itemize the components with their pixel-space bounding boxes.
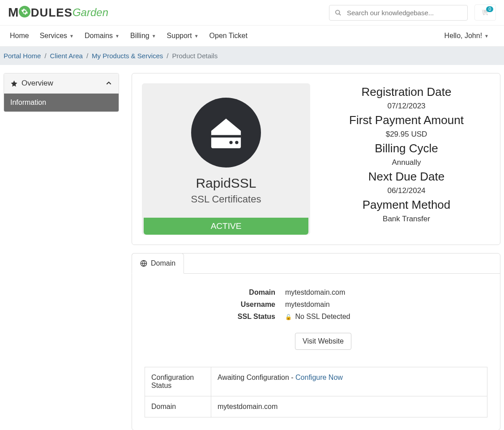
payment-method-value: Bank Transfer — [323, 215, 490, 224]
domain-label: Domain — [145, 286, 275, 298]
product-group: SSL Certificates — [149, 194, 303, 205]
chevron-down-icon: ▼ — [115, 34, 120, 39]
username-value: mytestdomain — [285, 298, 487, 310]
domain-value: mytestdomain.com — [285, 286, 487, 298]
config-domain-value: mytestdomain.com — [211, 396, 487, 417]
chevron-down-icon: ▼ — [484, 34, 489, 39]
registration-date-value: 07/12/2023 — [323, 102, 490, 111]
cart-button[interactable]: 0 — [474, 4, 496, 21]
search-box[interactable] — [329, 5, 468, 21]
lock-open-icon: 🔓 — [285, 314, 292, 320]
cart-badge: 0 — [486, 6, 493, 12]
logo-letter-m: M — [8, 5, 18, 20]
product-status-badge: ACTIVE — [144, 218, 308, 235]
payment-method-label: Payment Method — [323, 198, 490, 212]
main-nav: Home Services▼ Domains▼ Billing▼ Support… — [0, 25, 504, 47]
configure-now-link[interactable]: Configure Now — [295, 374, 343, 381]
product-icon — [191, 98, 261, 168]
sidebar-overview-title: Overview — [21, 79, 53, 88]
breadcrumb-my-products[interactable]: My Products & Services — [92, 52, 163, 60]
nav-home[interactable]: Home — [4, 26, 34, 46]
first-payment-label: First Payment Amount — [323, 113, 490, 127]
logo-text-modules: DULES — [31, 6, 73, 20]
product-badge: RapidSSL SSL Certificates ACTIVE — [142, 83, 310, 235]
svg-point-3 — [229, 141, 232, 144]
sidebar-panel-header[interactable]: Overview — [4, 73, 119, 94]
next-due-value: 06/12/2024 — [323, 186, 490, 195]
config-domain-label: Domain — [145, 396, 211, 417]
nav-open-ticket[interactable]: Open Ticket — [204, 26, 253, 46]
table-row: Domain mytestdomain.com — [145, 396, 487, 417]
sidebar: Overview Information — [4, 73, 119, 112]
svg-line-1 — [339, 13, 341, 15]
sidebar-panel-overview: Overview Information — [4, 73, 119, 112]
first-payment-value: $29.95 USD — [323, 130, 490, 139]
breadcrumb-current: Product Details — [172, 52, 218, 60]
breadcrumb-separator: / — [167, 52, 168, 60]
nav-support[interactable]: Support▼ — [162, 26, 204, 46]
tab-content-domain: Domain Username SSL Status mytestdomain.… — [132, 273, 500, 430]
product-info: Registration Date 07/12/2023 First Payme… — [323, 83, 490, 235]
product-name: RapidSSL — [149, 176, 303, 191]
billing-cycle-value: Annually — [323, 158, 490, 167]
nav-services[interactable]: Services▼ — [34, 26, 79, 46]
next-due-label: Next Due Date — [323, 170, 490, 184]
svg-rect-2 — [211, 135, 241, 138]
config-status-label: Configuration Status — [145, 367, 211, 396]
chevron-down-icon: ▼ — [152, 34, 156, 39]
ssl-status-label: SSL Status — [145, 310, 275, 322]
tab-domain[interactable]: Domain — [132, 253, 184, 274]
config-status-value: Awaiting Configuration - Configure Now — [211, 367, 487, 396]
logo-gear-icon — [19, 6, 30, 17]
star-icon — [10, 80, 18, 87]
username-label: Username — [145, 298, 275, 310]
search-input[interactable] — [342, 9, 462, 17]
nav-domains[interactable]: Domains▼ — [79, 26, 125, 46]
nav-billing[interactable]: Billing▼ — [125, 26, 162, 46]
svg-point-4 — [235, 141, 238, 144]
table-row: Configuration Status Awaiting Configurat… — [145, 367, 487, 396]
chevron-up-icon — [105, 80, 112, 87]
breadcrumb-separator: / — [86, 52, 88, 60]
breadcrumb-portal-home[interactable]: Portal Home — [4, 52, 41, 60]
tabs-card: Domain Domain Username SSL Status mytest… — [132, 253, 500, 430]
svg-point-0 — [336, 10, 340, 14]
breadcrumb-client-area[interactable]: Client Area — [50, 52, 83, 60]
logo[interactable]: M DULES Garden — [8, 5, 108, 20]
chevron-down-icon: ▼ — [194, 34, 199, 39]
main-content: RapidSSL SSL Certificates ACTIVE Registr… — [132, 73, 500, 430]
sidebar-item-information[interactable]: Information — [4, 94, 119, 112]
header: M DULES Garden 0 — [0, 0, 504, 25]
logo-text-garden: Garden — [73, 6, 108, 19]
globe-icon — [140, 260, 147, 267]
registration-date-label: Registration Date — [323, 85, 490, 99]
billing-cycle-label: Billing Cycle — [323, 142, 490, 155]
nav-user-menu[interactable]: Hello, John!▼ — [439, 26, 494, 46]
product-card: RapidSSL SSL Certificates ACTIVE Registr… — [132, 73, 500, 245]
visit-website-button[interactable]: Visit Website — [295, 333, 351, 350]
search-icon — [335, 9, 342, 16]
breadcrumb-separator: / — [44, 52, 46, 60]
config-table: Configuration Status Awaiting Configurat… — [145, 367, 487, 417]
tab-domain-label: Domain — [151, 259, 175, 267]
chevron-down-icon: ▼ — [69, 34, 74, 39]
ssl-status-value: 🔓 No SSL Detected — [285, 310, 487, 322]
breadcrumb: Portal Home / Client Area / My Products … — [0, 47, 504, 65]
